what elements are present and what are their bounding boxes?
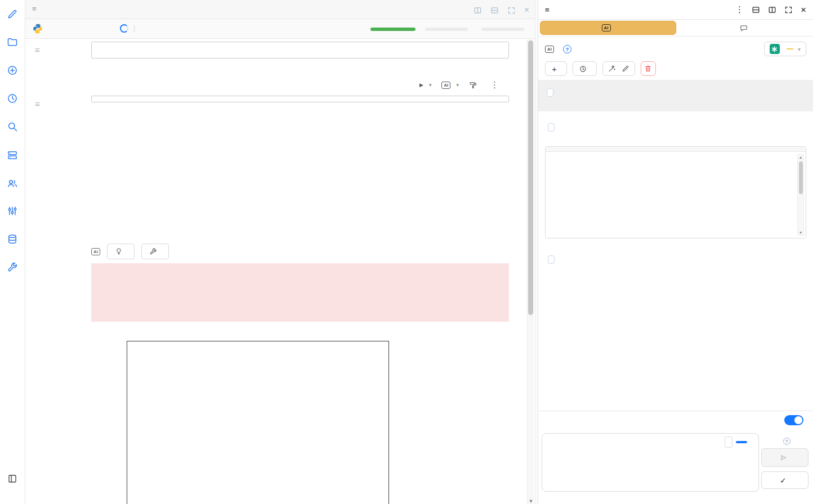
divider [538, 411, 813, 411]
settings-sliders-icon[interactable] [6, 205, 19, 217]
split-rows-icon[interactable] [752, 6, 760, 14]
assistant-tabs: AI [538, 20, 813, 37]
tab-markdown-mode[interactable] [751, 441, 755, 443]
send-plane-icon [780, 454, 787, 461]
more-actions-button[interactable] [725, 436, 732, 448]
notebook-scrollbar[interactable]: ▼ [527, 39, 534, 504]
diff-header [546, 147, 806, 152]
more-options-kebab-icon[interactable]: ⋮ [490, 80, 499, 90]
diff-scrollbar[interactable]: ▲ ▼ [797, 154, 804, 236]
split-columns-icon[interactable] [768, 6, 776, 14]
database-icon[interactable] [6, 233, 19, 245]
chevron-down-icon: ▾ [798, 46, 801, 52]
edit-icon[interactable] [6, 8, 19, 20]
python-logo-icon [32, 23, 43, 34]
new-icon[interactable] [6, 64, 19, 76]
left-toolbar [0, 0, 25, 504]
user-message-text [545, 87, 806, 98]
fullscreen-icon[interactable] [784, 6, 793, 14]
cell-ref-chip[interactable] [548, 123, 555, 132]
cocalc-jupyter-app: ≡ × | ≡ ▶ [0, 0, 813, 504]
diff-body: ▲ ▼ [546, 152, 806, 238]
ai-icon: AI [91, 248, 100, 255]
send-button[interactable] [761, 448, 808, 467]
input-controls [725, 436, 755, 448]
ai-icon: AI [545, 46, 554, 53]
notebook-frame: ≡ × | ≡ ▶ [25, 0, 535, 504]
scrollbar-thumb[interactable] [528, 40, 533, 315]
scrollbar-thumb[interactable] [799, 161, 803, 194]
log-icon[interactable] [6, 92, 19, 105]
agent-header: AI ? ▾ [538, 40, 813, 58]
chat-menu-button[interactable]: ≡ [545, 6, 553, 14]
chevron-down-icon: ▾ [456, 82, 459, 88]
pencil-icon[interactable] [622, 65, 629, 73]
jupyter-menu-button[interactable]: ≡ [32, 4, 40, 13]
plus-icon: + [552, 64, 557, 74]
kebab-menu-icon[interactable]: ⋮ [735, 4, 744, 15]
new-button[interactable]: + [545, 61, 567, 76]
cell-ref-chip[interactable] [548, 255, 555, 264]
servers-icon[interactable] [6, 149, 19, 161]
agent-reply-updated [538, 254, 813, 265]
openai-logo-icon [770, 44, 780, 54]
cell-drag-handle[interactable]: ≡ [35, 45, 40, 55]
scroll-down-arrow-icon[interactable]: ▼ [528, 498, 534, 504]
cost-estimate: ? [761, 438, 810, 445]
hamburger-icon: ≡ [32, 4, 37, 13]
divider: | [133, 24, 135, 32]
scroll-down-arrow-icon[interactable]: ▼ [798, 231, 803, 235]
close-icon[interactable]: × [524, 5, 529, 15]
tab-assistant[interactable]: AI [540, 21, 676, 35]
info-icon[interactable]: ? [783, 438, 790, 445]
files-icon[interactable] [6, 36, 19, 48]
output-actions: AI [91, 244, 509, 259]
ai-icon: AI [441, 82, 450, 89]
format-button[interactable] [469, 81, 480, 89]
user-message [538, 80, 813, 111]
edit-tools-group [602, 61, 635, 76]
cell-ref-chip[interactable] [547, 88, 553, 97]
turn-button[interactable] [573, 61, 597, 76]
cell-drag-handle[interactable]: ≡ [35, 99, 40, 109]
cpu-usage-bar [370, 28, 416, 31]
kernel-bar: | [25, 19, 535, 39]
run-button[interactable]: ▶▾ [419, 82, 431, 88]
scroll-up-arrow-icon[interactable]: ▲ [798, 155, 803, 159]
empty-code-cell[interactable] [91, 42, 509, 58]
help-icon[interactable]: ? [563, 45, 571, 53]
kernel-spinner-icon [120, 24, 128, 33]
split-columns-icon[interactable] [473, 6, 482, 15]
premium-badge [787, 48, 793, 50]
composer: ? ✓ [542, 432, 810, 493]
assistant-dropdown[interactable]: AI▾ [441, 82, 459, 89]
agent-actions: + [538, 61, 813, 76]
check-icon: ✓ [780, 476, 786, 485]
done-button[interactable]: ✓ [761, 471, 808, 489]
close-icon[interactable]: × [801, 5, 806, 15]
panel-layout-icon[interactable] [6, 472, 19, 485]
fullscreen-icon[interactable] [507, 6, 516, 15]
message-input-box [542, 433, 759, 492]
memory-usage-bar [425, 28, 468, 31]
tab-chat[interactable] [678, 20, 813, 36]
notebook-titlebar: ≡ × [25, 0, 535, 19]
disk-usage-bar [481, 28, 524, 31]
fix-problem-button[interactable] [141, 244, 169, 259]
chevron-down-icon: ▾ [429, 82, 432, 88]
model-selector[interactable]: ▾ [764, 42, 806, 56]
tools-wrench-icon[interactable] [6, 261, 19, 273]
clock-icon [579, 65, 587, 73]
search-icon[interactable] [6, 120, 19, 133]
tab-text-mode[interactable] [736, 441, 747, 443]
users-icon[interactable] [6, 177, 19, 190]
split-rows-icon[interactable] [490, 6, 499, 15]
spiral-scatter [127, 341, 388, 504]
hint-button[interactable] [107, 244, 135, 259]
code-cell-editor[interactable] [91, 96, 509, 102]
delete-button[interactable] [641, 61, 656, 76]
stderr-warning-output [91, 263, 509, 322]
cell-diff-box: ▲ ▼ [545, 146, 806, 238]
magic-wand-icon[interactable] [608, 65, 616, 73]
auto-run-toggle[interactable] [784, 415, 803, 425]
